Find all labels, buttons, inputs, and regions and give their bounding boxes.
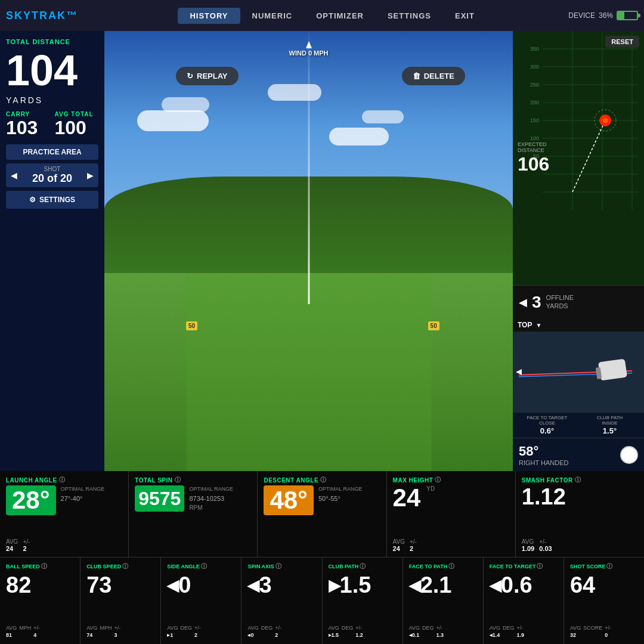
ball-speed-value: 82 (6, 573, 74, 624)
offline-value: 3 (532, 293, 541, 312)
info-icon[interactable]: ⓘ (360, 562, 366, 571)
carry-col: CARRY 103 (6, 111, 50, 138)
shot-path-line (308, 31, 309, 304)
club-speed-value: 73 (86, 573, 154, 624)
shot-value: 20 of 20 (32, 172, 72, 185)
club-view-header: TOP ▼ (513, 318, 644, 332)
yard-marker-left: 50 (186, 321, 197, 330)
total-spin-title: TOTAL SPIN ⓘ (135, 476, 251, 484)
stat-club-speed: CLUB SPEED ⓘ 73 AVG74 MPH +/-3 (80, 558, 161, 644)
club-path-label: CLUB PATHINSIDE (579, 415, 640, 426)
shot-score-value: 64 (570, 573, 638, 624)
side-angle-title: SIDE ANGLE ⓘ (167, 562, 235, 571)
max-height-unit: YD (426, 485, 435, 492)
total-spin-optimal: OPTIMAL RANGE 8734-10253 RPM (189, 485, 233, 512)
left-stats-panel: TOTAL DISTANCE 104 YARDS CARRY 103 AVG T… (0, 31, 104, 471)
offline-section: ◀ 3 OFFLINEYARDS (513, 285, 644, 318)
info-icon[interactable]: ⓘ (41, 562, 47, 571)
info-icon[interactable]: ⓘ (537, 562, 543, 571)
battery-icon (617, 11, 638, 20)
nav-history[interactable]: HISTORY (178, 8, 240, 24)
club-view-dropdown[interactable]: ▼ (535, 322, 541, 329)
descent-angle-title: DESCENT ANGLE ⓘ (264, 476, 380, 484)
stats-row-2: BALL SPEED ⓘ 82 AVG81 MPH +/-4 CLUB SPEE… (0, 558, 644, 644)
nav-settings[interactable]: SETTINGS (376, 8, 443, 24)
max-height-title: MAX HEIGHT ⓘ (393, 476, 509, 484)
stat-total-spin: TOTAL SPIN ⓘ 9575 OPTIMAL RANGE 8734-102… (129, 471, 258, 557)
stat-side-angle: SIDE ANGLE ⓘ ◂0 AVG▸1 DEG +/-2 (161, 558, 242, 644)
stat-smash-factor: SMASH FACTOR ⓘ 1.12 AVG 1.09 +/- 0.03 (516, 471, 644, 557)
face-to-target-stat-title: FACE TO TARGET ⓘ (490, 562, 558, 571)
shot-next-arrow[interactable]: ▶ (87, 171, 94, 180)
practice-area-label: PRACTICE AREA (6, 144, 98, 160)
stat-launch-angle: LAUNCH ANGLE ⓘ 28° OPTIMAL RANGE 27°-40°… (0, 471, 129, 557)
bottom-stats-panel: LAUNCH ANGLE ⓘ 28° OPTIMAL RANGE 27°-40°… (0, 471, 644, 644)
face-to-path-title: FACE TO PATH ⓘ (409, 562, 477, 571)
gear-icon: ⚙ (29, 196, 36, 204)
launch-angle-value: 28° (6, 485, 56, 515)
cloud (137, 110, 209, 131)
settings-button[interactable]: ⚙ SETTINGS (6, 191, 98, 209)
expected-distance-box: EXPECTEDDISTANCE 106 (518, 141, 549, 175)
replay-button[interactable]: ↻ REPLAY (176, 67, 239, 85)
reset-button[interactable]: RESET (605, 36, 639, 48)
info-icon[interactable]: ⓘ (435, 476, 441, 484)
stat-face-to-target: FACE TO TARGET ⓘ ◂0.6 AVG◂1.4 DEG +/-1.9 (484, 558, 564, 644)
smash-factor-value: 1.12 (522, 485, 566, 508)
club-path-col: CLUB PATHINSIDE 1.5° (579, 415, 640, 435)
stat-max-height: MAX HEIGHT ⓘ 24 YD AVG 24 +/- 2 (387, 471, 516, 557)
nav-items: HISTORY NUMERIC OPTIMIZER SETTINGS EXIT (96, 8, 568, 24)
yard-marker-right: 50 (428, 321, 439, 330)
info-icon[interactable]: ⓘ (606, 562, 612, 571)
cloud (268, 84, 321, 101)
info-icon[interactable]: ⓘ (275, 562, 281, 571)
stat-descent-angle: DESCENT ANGLE ⓘ 48° OPTIMAL RANGE 50°-55… (258, 471, 386, 557)
ball-speed-title: BALL SPEED ⓘ (6, 562, 74, 571)
club-path-title: CLUB PATH ⓘ (329, 562, 397, 571)
stat-spin-axis: SPIN AXIS ⓘ ◂3 AVG◂0 DEG +/-2 (242, 558, 322, 644)
right-panel: 350 300 250 200 150 100 50 RESET EXPECTE… (513, 31, 644, 471)
cloud (162, 97, 209, 112)
shot-label: SHOT (32, 166, 72, 172)
descent-angle-optimal: OPTIMAL RANGE 50°-55° (318, 485, 363, 503)
info-icon[interactable]: ⓘ (201, 562, 207, 571)
trash-icon: 🗑 (413, 72, 420, 80)
nav-exit[interactable]: EXIT (443, 8, 487, 24)
delete-button[interactable]: 🗑 DELETE (402, 67, 465, 85)
club-diagram (513, 332, 644, 413)
nav-numeric[interactable]: NUMERIC (240, 8, 305, 24)
club-degree: 58° (519, 444, 569, 459)
stat-shot-score: SHOT SCORE ⓘ 64 AVG32 SCORE +/-0 (564, 558, 644, 644)
info-icon[interactable]: ⓘ (175, 476, 181, 484)
stat-club-path: CLUB PATH ⓘ ▸1.5 AVG▸1.5 DEG +/-1.2 (323, 558, 403, 644)
info-icon[interactable]: ⓘ (320, 476, 327, 484)
carry-value: 103 (6, 117, 50, 138)
replay-icon: ↻ (187, 72, 193, 80)
info-icon[interactable]: ⓘ (122, 562, 128, 571)
launch-angle-optimal: OPTIMAL RANGE 27°-40° (61, 485, 105, 503)
spin-axis-title: SPIN AXIS ⓘ (247, 562, 315, 571)
svg-marker-27 (516, 369, 522, 375)
golf-ball-icon (620, 446, 638, 464)
club-select-section: 58° RIGHT HANDED (513, 438, 644, 471)
offline-arrow-icon: ◀ (519, 296, 527, 309)
face-to-target-label: FACE TO TARGETCLOSE (516, 415, 578, 426)
offline-label: OFFLINEYARDS (546, 294, 574, 309)
replay-label: REPLAY (197, 72, 228, 80)
info-icon[interactable]: ⓘ (59, 476, 66, 484)
info-icon[interactable]: ⓘ (575, 476, 581, 484)
face-to-target-value: 0.6° (516, 426, 578, 435)
avg-total-value: 100 (55, 117, 99, 138)
exp-dist-value: 106 (518, 153, 549, 175)
nav-optimizer[interactable]: OPTIMIZER (304, 8, 376, 24)
top-navigation: SKYTRAK™ HISTORY NUMERIC OPTIMIZER SETTI… (0, 0, 644, 31)
shot-prev-arrow[interactable]: ◀ (11, 171, 17, 180)
total-spin-value: 9575 (135, 485, 184, 512)
app-logo: SKYTRAK™ (6, 10, 78, 22)
info-icon[interactable]: ⓘ (448, 562, 454, 571)
svg-text:200: 200 (530, 100, 539, 106)
club-view-section: TOP ▼ FACE TO TARGETCLOSE 0.6° CLU (513, 318, 644, 438)
smash-factor-title: SMASH FACTOR ⓘ (522, 476, 638, 484)
stat-face-to-path: FACE TO PATH ⓘ ◂2.1 AVG◂0.1 DEG +/-1.3 (403, 558, 484, 644)
radar-map: 350 300 250 200 150 100 50 RESET EXPECTE… (513, 31, 644, 285)
